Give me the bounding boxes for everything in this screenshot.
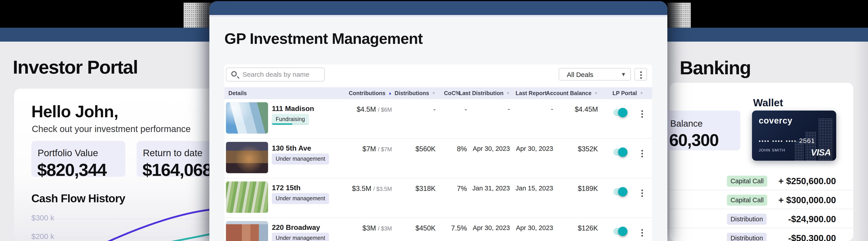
- transaction-row[interactable]: Capital Call + $300,000.00: [670, 190, 853, 209]
- sort-desc-icon: ▼: [640, 91, 643, 96]
- transaction-type-badge: Capital Call: [727, 195, 767, 206]
- coc-cell: 8%: [457, 145, 467, 153]
- column-lp-portal[interactable]: LP Portal▼: [613, 87, 643, 99]
- deals-filter-select[interactable]: All Deals ▾: [559, 68, 631, 80]
- account-balance-cell: $189K: [578, 184, 598, 193]
- lp-portal-toggle[interactable]: [613, 148, 626, 156]
- last-distribution-cell: Jan 31, 2023: [472, 184, 510, 192]
- status-badge: Under management: [272, 233, 329, 241]
- investor-portal-title: Investor Portal: [13, 57, 138, 78]
- row-menu-button[interactable]: [641, 190, 643, 197]
- transaction-amount: -$50,300.00: [788, 233, 836, 241]
- row-menu-button[interactable]: [641, 110, 643, 118]
- coc-cell: 7%: [457, 184, 467, 193]
- deal-thumbnail: [226, 142, 268, 173]
- balance-amount: 60,300: [669, 130, 718, 150]
- card-building-graphic: [805, 132, 816, 161]
- noise-texture-right: [668, 3, 691, 28]
- deal-thumbnail: [226, 181, 268, 213]
- balance-label: Balance: [670, 118, 703, 129]
- account-balance-cell: $126K: [578, 224, 598, 232]
- lp-portal-toggle[interactable]: [613, 109, 626, 116]
- balance-tile: Balance 60,300: [661, 110, 740, 150]
- covercy-bank-card: covercy •••• •••• ••••2561 JOHN SMITH VI…: [752, 110, 836, 161]
- last-report-cell: Jan 15, 2023: [516, 184, 553, 192]
- column-contributions[interactable]: Contributions▲: [349, 87, 392, 99]
- column-distributions[interactable]: Distributions▼: [395, 87, 436, 99]
- status-badge: Under management: [272, 153, 329, 165]
- status-badge: Fundraising: [272, 114, 309, 125]
- card-building-graphic: [818, 118, 833, 161]
- table-header-row: Details Contributions▲ Distributions▼ Co…: [224, 87, 652, 99]
- deal-name: 220 Broadway: [272, 223, 320, 232]
- card-building-graphic: [795, 141, 804, 161]
- deal-name: 130 5th Ave: [272, 144, 311, 152]
- gp-window-titlebar-strip: [209, 15, 668, 17]
- row-menu-button[interactable]: [641, 150, 643, 157]
- transaction-amount: + $250,600.00: [778, 176, 836, 186]
- noise-texture-left: [184, 3, 213, 28]
- deal-name: 172 15th: [272, 184, 301, 192]
- account-balance-cell: $352K: [578, 145, 598, 153]
- banking-right-gutter: [853, 42, 868, 241]
- transaction-amount: + $300,000.00: [778, 195, 836, 205]
- distributions-cell: $318K: [415, 184, 436, 193]
- covercy-logo: covercy: [759, 116, 793, 126]
- transactions-list: Capital Call + $250,600.00 Capital Call …: [670, 171, 853, 241]
- contributions-cell: $3.5M / $3.5M: [352, 184, 392, 193]
- lp-portal-toggle[interactable]: [613, 228, 626, 235]
- greeting-subtitle: Check out your investment performance: [32, 124, 191, 134]
- banking-card: Wallet covercy •••• •••• ••••2561 JOHN S…: [670, 83, 853, 241]
- coc-cell: -: [465, 105, 467, 113]
- investor-portal-card: Hello John, Check out your investment pe…: [14, 89, 216, 241]
- card-masked-digits: •••• •••• ••••: [759, 138, 797, 144]
- coc-cell: 7.5%: [451, 224, 467, 232]
- table-menu-button[interactable]: [634, 68, 647, 80]
- return-to-date-amount: $164,068: [143, 160, 212, 180]
- transaction-type-badge: Capital Call: [727, 176, 767, 186]
- table-row-130-5th-ave[interactable]: 130 5th Ave Under management $7M / $7M $…: [224, 139, 652, 178]
- status-badge: Under management: [272, 193, 329, 204]
- sort-desc-icon: ▼: [432, 91, 436, 96]
- deals-filter-value: All Deals: [567, 71, 593, 78]
- transaction-row[interactable]: Capital Call + $250,600.00: [670, 171, 853, 190]
- kebab-icon: [640, 71, 642, 79]
- row-menu-button[interactable]: [641, 229, 643, 237]
- sort-desc-icon: ▼: [594, 91, 598, 96]
- transaction-type-badge: Distribution: [727, 214, 767, 225]
- search-icon: [231, 71, 237, 76]
- last-distribution-cell: Apr 30, 2023: [473, 145, 510, 152]
- card-holder-name: JOHN SMITH: [759, 148, 785, 152]
- gp-window-titlebar: [209, 1, 668, 15]
- last-distribution-cell: -: [508, 105, 510, 113]
- portfolio-value-label: Portfolio Value: [38, 148, 98, 159]
- table-row-220-broadway[interactable]: 220 Broadway Under management $3M / $3M …: [224, 218, 652, 241]
- last-report-cell: Apr 30, 2023: [516, 145, 553, 152]
- banking-title: Banking: [680, 57, 751, 79]
- last-report-cell: -: [551, 105, 553, 113]
- column-details[interactable]: Details: [228, 87, 247, 99]
- deal-search-box[interactable]: [226, 68, 325, 81]
- search-input[interactable]: [243, 68, 321, 81]
- contributions-cell: $3M / $3M: [363, 224, 392, 232]
- wallet-label: Wallet: [753, 97, 783, 109]
- screenshot-stage: Investor Portal Hello John, Check out yo…: [0, 0, 868, 241]
- column-last-distribution[interactable]: Last Distribution▼: [459, 87, 510, 99]
- cash-flow-chart: [14, 201, 216, 241]
- table-row-111-madison[interactable]: 111 Madison Fundraising $4.5M / $6M - - …: [224, 99, 652, 139]
- deal-thumbnail: [226, 221, 268, 241]
- lp-portal-toggle[interactable]: [613, 188, 626, 195]
- greeting-text: Hello John,: [31, 102, 118, 121]
- contributions-cell: $7M / $7M: [363, 145, 392, 153]
- table-row-172-15th[interactable]: 172 15th Under management $3.5M / $3.5M …: [224, 178, 652, 218]
- transaction-row[interactable]: Distribution -$50,300.00: [670, 228, 853, 241]
- column-account-balance[interactable]: Account Balance▼: [546, 87, 598, 99]
- distributions-cell: $450K: [415, 224, 436, 232]
- sort-asc-icon: ▲: [388, 91, 392, 96]
- return-to-date-label: Return to date: [143, 148, 203, 159]
- last-report-cell: Apr 30, 2023: [516, 224, 553, 232]
- portfolio-value-amount: $820,344: [37, 160, 106, 180]
- transaction-row[interactable]: Distribution -$24,900.00: [670, 209, 853, 228]
- portfolio-value-tile: Portfolio Value $820,344: [31, 141, 125, 177]
- gp-window: GP Investment Management All Deals ▾ Det…: [209, 1, 668, 241]
